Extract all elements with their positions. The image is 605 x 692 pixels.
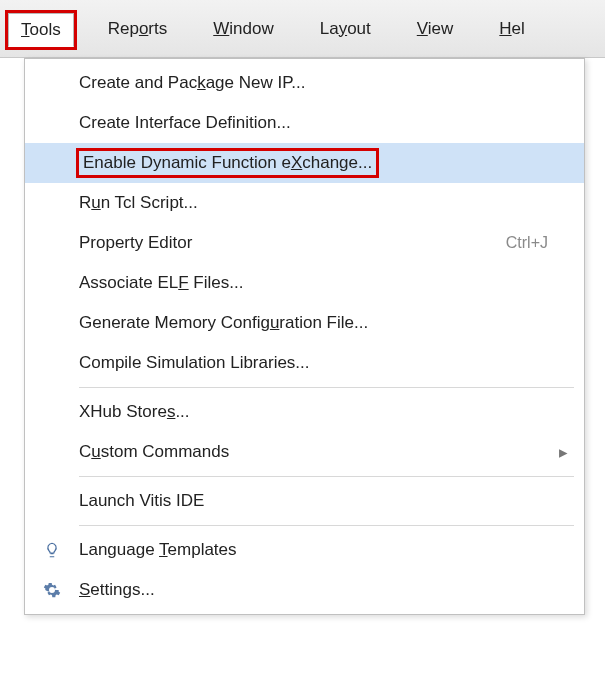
- submenu-arrow-icon: ▸: [548, 442, 568, 463]
- menu-item-create-interface[interactable]: Create Interface Definition...: [25, 103, 584, 143]
- menubar-item-window[interactable]: Window: [201, 13, 285, 45]
- menu-label: Create Interface Definition...: [79, 113, 536, 133]
- menu-label: Run Tcl Script...: [79, 193, 536, 213]
- menu-label: Settings...: [79, 580, 536, 600]
- menu-label: Custom Commands: [79, 442, 536, 462]
- menubar: Tools Reports Window Layout View Hel: [0, 0, 605, 58]
- menubar-item-help[interactable]: Hel: [487, 13, 537, 45]
- menu-label: Property Editor: [79, 233, 494, 253]
- menu-label: XHub Stores...: [79, 402, 536, 422]
- menubar-label: Tools: [21, 20, 61, 39]
- bulb-icon: [25, 541, 79, 559]
- menubar-label: Layout: [320, 19, 371, 38]
- menu-item-launch-vitis[interactable]: Launch Vitis IDE: [25, 481, 584, 521]
- menubar-label: Window: [213, 19, 273, 38]
- menu-label: Compile Simulation Libraries...: [79, 353, 536, 373]
- menu-item-property-editor[interactable]: Property Editor Ctrl+J: [25, 223, 584, 263]
- menu-label: Generate Memory Configuration File...: [79, 313, 536, 333]
- gear-icon: [25, 581, 79, 599]
- menu-separator: [79, 387, 574, 388]
- menu-separator: [79, 525, 574, 526]
- menu-label: Associate ELF Files...: [79, 273, 536, 293]
- menu-item-compile-sim[interactable]: Compile Simulation Libraries...: [25, 343, 584, 383]
- menubar-item-reports[interactable]: Reports: [96, 13, 180, 45]
- tools-dropdown: Create and Package New IP... Create Inte…: [24, 58, 585, 615]
- menu-accel: Ctrl+J: [494, 234, 548, 252]
- menubar-label: Reports: [108, 19, 168, 38]
- menu-item-xhub-stores[interactable]: XHub Stores...: [25, 392, 584, 432]
- menubar-label: Hel: [499, 19, 525, 38]
- menu-item-generate-memcfg[interactable]: Generate Memory Configuration File...: [25, 303, 584, 343]
- menu-item-enable-dfx[interactable]: Enable Dynamic Function eXchange...: [25, 143, 584, 183]
- menubar-item-tools[interactable]: Tools: [8, 13, 74, 47]
- menu-label: Language Templates: [79, 540, 536, 560]
- menu-label: Launch Vitis IDE: [79, 491, 536, 511]
- menu-label: Enable Dynamic Function eXchange...: [79, 151, 536, 175]
- menu-item-associate-elf[interactable]: Associate ELF Files...: [25, 263, 584, 303]
- menu-item-create-ip[interactable]: Create and Package New IP...: [25, 63, 584, 103]
- menubar-label: View: [417, 19, 454, 38]
- menu-label: Create and Package New IP...: [79, 73, 536, 93]
- menu-separator: [79, 476, 574, 477]
- menu-item-run-tcl[interactable]: Run Tcl Script...: [25, 183, 584, 223]
- menu-item-language-templates[interactable]: Language Templates: [25, 530, 584, 570]
- menu-item-custom-commands[interactable]: Custom Commands ▸: [25, 432, 584, 472]
- menubar-item-layout[interactable]: Layout: [308, 13, 383, 45]
- menubar-item-view[interactable]: View: [405, 13, 466, 45]
- menu-item-settings[interactable]: Settings...: [25, 570, 584, 610]
